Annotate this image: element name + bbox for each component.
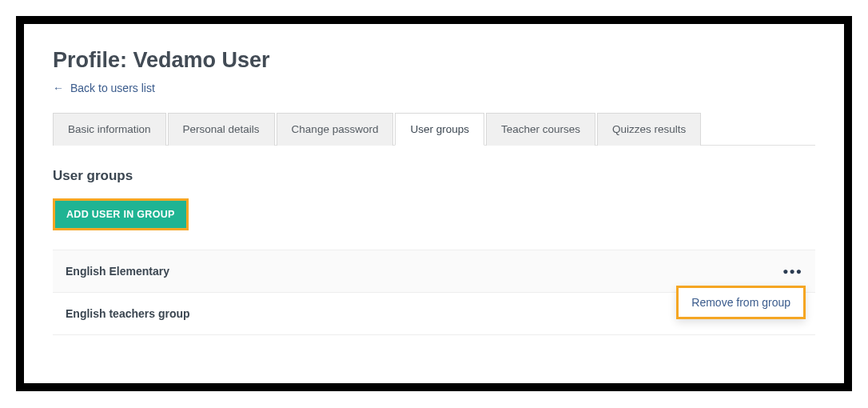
- tab-bar: Basic information Personal details Chang…: [53, 112, 815, 146]
- group-name: English Elementary: [66, 265, 169, 278]
- group-row-wrap: English Elementary ●●● Remove from group: [53, 250, 815, 293]
- add-user-in-group-button[interactable]: ADD USER IN GROUP: [55, 201, 186, 228]
- section-title: User groups: [53, 168, 815, 184]
- arrow-left-icon: ←: [53, 82, 64, 94]
- app-frame: Profile: Vedamo User ← Back to users lis…: [16, 16, 852, 391]
- add-button-highlight: ADD USER IN GROUP: [53, 198, 189, 230]
- tab-quizzes-results[interactable]: Quizzes results: [597, 113, 701, 146]
- tab-user-groups[interactable]: User groups: [395, 113, 484, 146]
- tab-change-password[interactable]: Change password: [277, 113, 394, 146]
- tab-personal-details[interactable]: Personal details: [168, 113, 275, 146]
- tab-basic-information[interactable]: Basic information: [53, 113, 166, 146]
- tab-teacher-courses[interactable]: Teacher courses: [486, 113, 595, 146]
- row-actions-dropdown: Remove from group: [676, 286, 806, 319]
- more-actions-icon[interactable]: ●●●: [782, 266, 802, 277]
- back-to-users-link[interactable]: ← Back to users list: [53, 82, 155, 94]
- remove-from-group-action[interactable]: Remove from group: [679, 288, 803, 317]
- group-list: English Elementary ●●● Remove from group…: [53, 250, 815, 335]
- back-link-label: Back to users list: [70, 82, 155, 94]
- group-name: English teachers group: [66, 307, 190, 320]
- page-title: Profile: Vedamo User: [53, 48, 815, 73]
